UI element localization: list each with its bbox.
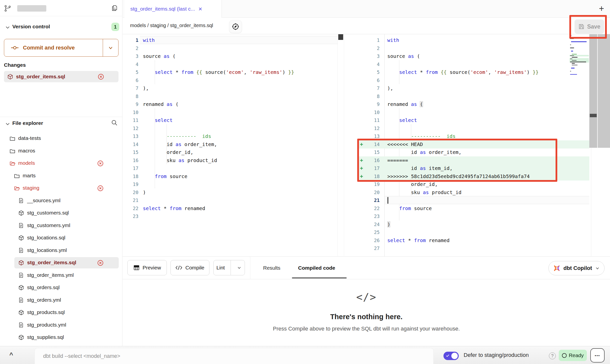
- tab-stg-order-items[interactable]: stg_order_items.sql (last c... ×: [124, 0, 222, 18]
- editor-scrollbar[interactable]: [589, 34, 597, 148]
- file-tree-item-data-tests[interactable]: data-tests: [0, 132, 122, 145]
- code-line-13[interactable]: 13 ---------- ids: [358, 132, 589, 140]
- code-line-13[interactable]: 13 ---------- ids: [123, 132, 338, 140]
- code-line-6[interactable]: 6: [123, 76, 338, 84]
- code-line-21[interactable]: 21: [358, 196, 589, 204]
- file-tree-item-stg_products.sql[interactable]: stg_products.sql: [0, 307, 122, 319]
- window-scrollbar[interactable]: [598, 34, 610, 148]
- file-tree-item-stg_locations.sql[interactable]: stg_locations.sql: [0, 232, 122, 244]
- code-line-8[interactable]: 8: [123, 92, 338, 100]
- file-tree-item-macros[interactable]: macros: [0, 145, 122, 157]
- more-options-button[interactable]: •••: [590, 348, 605, 363]
- code-line-10[interactable]: 10: [123, 108, 338, 116]
- code-line-5[interactable]: 5 select * from {{ source('ecom', 'raw_i…: [123, 68, 338, 76]
- dbt-copilot-button[interactable]: dbt Copilot: [548, 261, 605, 275]
- code-line-4[interactable]: 4: [123, 60, 338, 68]
- defer-toggle[interactable]: [443, 352, 459, 360]
- file-tree-item-marts[interactable]: marts: [0, 170, 122, 182]
- chevron-down-icon[interactable]: [5, 121, 10, 127]
- compile-button[interactable]: Compile: [170, 260, 209, 275]
- code-line-4[interactable]: 4: [358, 60, 589, 68]
- code-line-17[interactable]: 17: [123, 164, 338, 172]
- code-line-21[interactable]: 21: [123, 196, 338, 204]
- code-line-27[interactable]: 27: [358, 244, 589, 252]
- code-line-6[interactable]: 6: [358, 76, 589, 84]
- copy-files-icon[interactable]: [111, 4, 118, 12]
- code-line-14[interactable]: +14<<<<<<< HEAD: [358, 140, 589, 149]
- code-line-15[interactable]: 15 id as order_item,: [358, 148, 589, 156]
- code-editor[interactable]: 1with23source as (45 select * from {{ so…: [123, 34, 610, 257]
- new-tab-icon[interactable]: +: [599, 3, 604, 14]
- commit-dropdown-caret[interactable]: [103, 39, 118, 56]
- discard-change-icon[interactable]: [97, 160, 104, 167]
- editor-pane-right[interactable]: 1with23source as (45 select * from {{ so…: [358, 34, 589, 257]
- code-line-7[interactable]: 7),: [358, 84, 589, 92]
- lint-dropdown-caret[interactable]: [234, 265, 245, 270]
- code-line-23[interactable]: 23: [358, 212, 589, 220]
- code-line-16[interactable]: 16 sku as product_id: [123, 156, 338, 165]
- editor-pane-left[interactable]: 1with23source as (45 select * from {{ so…: [123, 34, 338, 257]
- minimap[interactable]: [570, 35, 589, 77]
- code-line-20[interactable]: 20): [123, 188, 338, 197]
- scrollbar-handle[interactable]: [590, 114, 597, 117]
- discard-change-icon[interactable]: [97, 260, 104, 266]
- file-tree-item-stg_order_items.sql[interactable]: stg_order_items.sql: [0, 257, 122, 269]
- file-tree-item-stg_products.yml[interactable]: stg_products.yml: [0, 319, 122, 331]
- code-line-3[interactable]: 3source as (: [358, 52, 589, 60]
- file-tree-item-stg_orders.yml[interactable]: stg_orders.yml: [0, 294, 122, 307]
- tab-results[interactable]: Results: [263, 257, 280, 279]
- save-button[interactable]: Save: [575, 19, 604, 34]
- code-line-23[interactable]: 23: [123, 212, 338, 220]
- code-line-22[interactable]: 22select * from renamed: [123, 204, 338, 213]
- code-line-19[interactable]: 19: [123, 180, 338, 188]
- code-line-12[interactable]: 12: [358, 124, 589, 132]
- file-tree-item-staging[interactable]: staging: [0, 182, 122, 195]
- chevron-down-icon[interactable]: [5, 25, 10, 30]
- code-line-16[interactable]: +16=======: [358, 156, 589, 165]
- code-line-25[interactable]: 25: [358, 228, 589, 236]
- code-line-19[interactable]: 19 order_id,: [358, 180, 589, 188]
- preview-button[interactable]: Preview: [127, 260, 167, 275]
- code-line-7[interactable]: 7),: [123, 84, 338, 92]
- code-line-14[interactable]: 14 id as order_item,: [123, 140, 338, 149]
- code-line-3[interactable]: 3source as (: [123, 52, 338, 60]
- changed-file-row[interactable]: stg_order_items.sql: [4, 71, 119, 82]
- file-tree-item-stg_customers.sql[interactable]: stg_customers.sql: [0, 207, 122, 219]
- code-line-20[interactable]: 20 sku as product_id: [358, 188, 589, 197]
- file-tree-item-stg_locations.yml[interactable]: stg_locations.yml: [0, 245, 122, 257]
- help-icon[interactable]: ?: [549, 352, 556, 359]
- code-line-24[interactable]: 24): [358, 220, 589, 229]
- code-line-2[interactable]: 2: [358, 44, 589, 52]
- code-line-26[interactable]: 26select * from renamed: [358, 236, 589, 245]
- close-tab-icon[interactable]: ×: [199, 6, 202, 12]
- branch-name-placeholder[interactable]: [17, 5, 46, 12]
- left-pane-scrollbar-track[interactable]: [338, 34, 338, 257]
- discard-change-icon[interactable]: [97, 185, 104, 192]
- code-line-9[interactable]: 9renamed as (: [123, 100, 338, 108]
- search-icon[interactable]: [111, 119, 118, 126]
- lineage-compass-button[interactable]: [229, 20, 242, 33]
- code-line-18[interactable]: +18>>>>>>> 58c1dd23d5eebd9cd2495fa7124ab…: [358, 172, 589, 181]
- file-tree-item-models[interactable]: models: [0, 157, 122, 170]
- code-line-1[interactable]: 1with: [123, 36, 338, 44]
- code-line-1[interactable]: 1with: [358, 36, 589, 44]
- file-tree-item-stg_customers.yml[interactable]: stg_customers.yml: [0, 220, 122, 232]
- code-line-22[interactable]: 22 from source: [358, 204, 589, 213]
- code-line-17[interactable]: +17 id as item_id,: [358, 164, 589, 172]
- status-ready-badge[interactable]: Ready: [559, 350, 587, 361]
- code-line-5[interactable]: 5 select * from {{ source('ecom', 'raw_i…: [358, 68, 589, 76]
- command-input[interactable]: dbt build --select <model_name>: [34, 348, 434, 364]
- collapse-caret-icon[interactable]: ^: [9, 351, 13, 359]
- code-line-10[interactable]: 10: [358, 108, 589, 116]
- left-pane-scrollbar-handle[interactable]: [338, 34, 343, 40]
- file-tree-item-stg_orders.sql[interactable]: stg_orders.sql: [0, 282, 122, 294]
- file-tree-item-__sources.yml[interactable]: __sources.yml: [0, 195, 122, 207]
- discard-change-icon[interactable]: [98, 73, 104, 80]
- file-tree-item-stg_order_items.yml[interactable]: stg_order_items.yml: [0, 269, 122, 282]
- commit-and-resolve-button[interactable]: Commit and resolve: [4, 39, 119, 57]
- code-line-11[interactable]: 11 select: [123, 116, 338, 124]
- code-line-11[interactable]: 11 select: [358, 116, 589, 124]
- code-line-2[interactable]: 2: [123, 44, 338, 52]
- code-line-8[interactable]: 8: [358, 92, 589, 100]
- tab-compiled-code[interactable]: Compiled code: [298, 257, 335, 279]
